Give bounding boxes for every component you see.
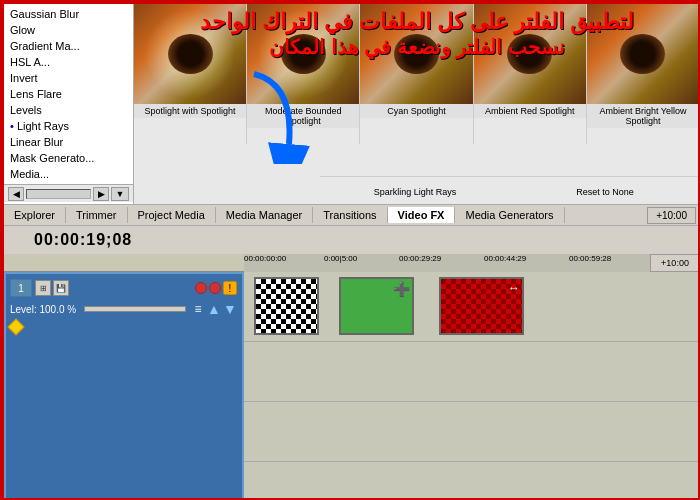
thumb-2[interactable]: Moderate Bounded Spotlight — [247, 4, 360, 144]
ruler-marker: 00:00:59:28 — [569, 254, 611, 263]
tab-transitions[interactable]: Transitions — [313, 207, 387, 223]
level-icon-3[interactable]: ▼ — [223, 302, 237, 316]
thumb-4-label: Ambient Red Spotlight — [474, 104, 586, 118]
tab-explorer[interactable]: Explorer — [4, 207, 66, 223]
ruler-content: 00:00:00:000:00|5:0000:00:29:2900:00:44:… — [244, 254, 650, 272]
timeline-empty-row-2 — [244, 402, 700, 462]
preview-area: Spotlight with Spotlight Moderate Bounde… — [134, 4, 700, 204]
tab-plus-button[interactable]: +10:00 — [647, 207, 696, 224]
ruler-empty — [4, 254, 244, 272]
tab-trimmer[interactable]: Trimmer — [66, 207, 128, 223]
filter-item[interactable]: Mask Generato... — [4, 150, 133, 166]
filter-item[interactable]: Glow — [4, 22, 133, 38]
top-section: Gaussian BlurGlowGradient Ma...HSL A...I… — [4, 4, 700, 204]
track-icon-copy[interactable]: ⊞ — [35, 280, 51, 296]
scroll-left-button[interactable]: ◀ — [8, 187, 24, 201]
filter-item[interactable]: Levels — [4, 102, 133, 118]
filter-items: Gaussian BlurGlowGradient Ma...HSL A...I… — [4, 4, 133, 184]
thumb-1[interactable]: Spotlight with Spotlight — [134, 4, 247, 144]
level-icon-2[interactable]: ▲ — [207, 302, 221, 316]
filter-item[interactable]: Light Rays — [4, 118, 133, 134]
time-display: 00:00:19;08 — [14, 231, 152, 249]
thumb-3[interactable]: Cyan Spotlight — [360, 4, 473, 144]
clip-checker[interactable] — [254, 277, 319, 335]
ruler-marker: 00:00:00:00 — [244, 254, 286, 263]
track-controls: 1 ⊞ 💾 ! Level: 100.0 % ≡ ▲ ▼ — [4, 272, 244, 500]
filter-list: Gaussian BlurGlowGradient Ma...HSL A...I… — [4, 4, 134, 204]
sparkling-label[interactable]: Sparkling Light Rays — [320, 176, 510, 204]
filter-item[interactable]: Media... — [4, 166, 133, 182]
preview-bottom-row: Sparkling Light Rays Reset to None — [134, 176, 700, 204]
thumb-4[interactable]: Ambient Red Spotlight — [474, 4, 587, 144]
clip-icon: ➕ — [393, 281, 410, 297]
tab-project-media[interactable]: Project Media — [128, 207, 216, 223]
thumb-5[interactable]: Ambient Bright Yellow Spotlight — [587, 4, 700, 144]
scroll-right-button[interactable]: ▶ — [93, 187, 109, 201]
track-number: 1 — [10, 279, 32, 297]
level-slider[interactable] — [84, 306, 186, 312]
ruler-marker: 00:00:29:29 — [399, 254, 441, 263]
thumb-2-label: Moderate Bounded Spotlight — [247, 104, 359, 128]
timeline-empty-row-1 — [244, 342, 700, 402]
time-header: 00:00:19;08 — [4, 226, 700, 254]
envelope-button[interactable] — [8, 319, 25, 336]
scrollbar-track[interactable] — [26, 189, 91, 199]
track-area: 1 ⊞ 💾 ! Level: 100.0 % ≡ ▲ ▼ — [4, 272, 700, 500]
track-icon-warn[interactable]: ! — [223, 281, 237, 295]
level-label: Level: 100.0 % — [10, 304, 76, 315]
track-row-1: ➕ ↔ — [244, 272, 700, 342]
clip-green[interactable]: ➕ — [339, 277, 414, 335]
thumb-1-label: Spotlight with Spotlight — [134, 104, 246, 118]
thumb-5-label: Ambient Bright Yellow Spotlight — [587, 104, 699, 128]
thumbnail-row: Spotlight with Spotlight Moderate Bounde… — [134, 4, 700, 144]
track-top-row: 1 ⊞ 💾 ! — [10, 278, 238, 298]
filter-item[interactable]: HSL A... — [4, 54, 133, 70]
filter-item[interactable]: Lens Flare — [4, 86, 133, 102]
track-icon-mute[interactable] — [209, 282, 221, 294]
tabs-row: ExplorerTrimmerProject MediaMedia Manage… — [4, 204, 700, 226]
scroll-down-button[interactable]: ▼ — [111, 187, 129, 201]
filter-item[interactable]: Linear Blur — [4, 134, 133, 150]
tab-media-generators[interactable]: Media Generators — [455, 207, 564, 223]
filter-item[interactable]: Gaussian Blur — [4, 6, 133, 22]
track-icon-record[interactable] — [195, 282, 207, 294]
track-level-row: Level: 100.0 % ≡ ▲ ▼ — [10, 300, 238, 318]
clip-icon-2: ↔ — [508, 281, 520, 295]
clip-red-checker[interactable]: ↔ — [439, 277, 524, 335]
thumb-3-label: Cyan Spotlight — [360, 104, 472, 118]
track-bottom-row — [10, 320, 238, 334]
tab-media-manager[interactable]: Media Manager — [216, 207, 313, 223]
tab-video-fx[interactable]: Video FX — [388, 207, 456, 223]
scroll-right-btn[interactable]: +10:00 — [650, 254, 700, 272]
ruler-marker: 00:00:44:29 — [484, 254, 526, 263]
timeline-tracks: ➕ ↔ — [244, 272, 700, 500]
filter-item[interactable]: Gradient Ma... — [4, 38, 133, 54]
reset-label[interactable]: Reset to None — [510, 176, 700, 204]
ruler-row: 00:00:00:000:00|5:0000:00:29:2900:00:44:… — [4, 254, 700, 272]
timeline-section: 00:00:19;08 00:00:00:000:00|5:0000:00:29… — [4, 226, 700, 500]
ruler-marker: 0:00|5:00 — [324, 254, 357, 263]
filter-scrollbar: ◀ ▶ ▼ — [4, 184, 133, 202]
filter-item[interactable]: Invert — [4, 70, 133, 86]
level-icon-1[interactable]: ≡ — [191, 302, 205, 316]
track-icon-save[interactable]: 💾 — [53, 280, 69, 296]
